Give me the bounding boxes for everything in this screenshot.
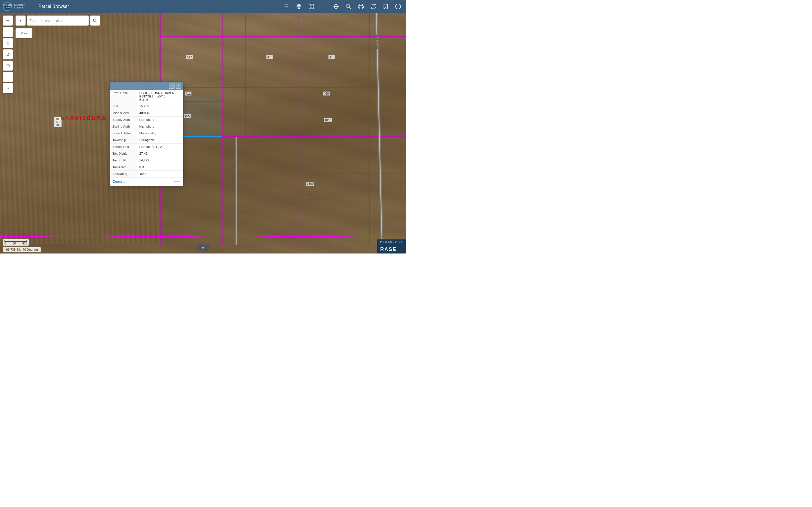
popup-row-tax-acres: Tax Acres 0.0 xyxy=(110,164,183,171)
zoning-auth-value: Harrisburg xyxy=(137,123,183,130)
prop-desc-line3: BLK 5 xyxy=(139,98,148,101)
left-toolbar: + − ⌂ ↺ ⊕ ← → xyxy=(3,15,13,93)
search-input-wrap xyxy=(27,15,89,25)
plat-value: 15.239 xyxy=(137,103,183,110)
township-value: Springdale xyxy=(137,137,183,144)
search-input[interactable] xyxy=(29,18,86,23)
popup-row-school-dist: School Dist Harrisburg 41-2 xyxy=(110,144,183,151)
svg-line-33 xyxy=(96,21,97,22)
home-button[interactable]: ⌂ xyxy=(3,38,13,48)
search-nav-icon[interactable] xyxy=(343,1,354,11)
tax-acres-label: Tax Acres xyxy=(110,164,137,170)
search-go-button[interactable] xyxy=(90,15,100,25)
popup-row-tax-sq-ft: Tax Sq Ft 14,729 xyxy=(110,157,183,164)
layers-icon[interactable] xyxy=(294,1,304,11)
popup-row-soil-rating: SoilRating .829 xyxy=(110,171,183,177)
sketch-tool[interactable] xyxy=(15,28,33,38)
app-title: Parcel Browser xyxy=(38,4,69,9)
bottom-center-button[interactable]: ▲ xyxy=(197,244,209,251)
township-label: Township xyxy=(110,137,137,144)
svg-point-35 xyxy=(26,33,27,34)
dropdown-arrow-icon: ▼ xyxy=(19,18,22,22)
popup-close-button[interactable]: × xyxy=(175,83,181,89)
zoom-out-button[interactable]: − xyxy=(3,27,13,37)
prop-desc-line2: ESTATES - LOT 8 - xyxy=(139,95,167,98)
coordinates-bar: -96.738 43.440 Degrees xyxy=(3,247,41,252)
plat-label: Plat xyxy=(110,103,137,110)
nav-icons: ☰ xyxy=(282,1,403,11)
prop-desc-line1: HSBG - SUNNY HAVEN xyxy=(139,91,174,95)
misc-deed-label: Misc /Deed xyxy=(110,110,137,116)
nav-divider xyxy=(34,2,34,11)
navbar: LINCOLNCOUNTY LINCOLN COUNTY Parcel Brow… xyxy=(0,0,406,13)
popup-row-misc-deed: Misc /Deed 489145 xyxy=(110,110,183,117)
chevron-up-icon: ▲ xyxy=(201,245,205,249)
county-name-label2: COUNTY xyxy=(14,6,26,9)
popup-row-zoning-auth: Zoning Auth Harrisburg xyxy=(110,123,183,130)
scale-bar: 0 30 60ft xyxy=(3,239,29,245)
bookmark-icon[interactable] xyxy=(380,1,391,11)
share-icon[interactable] xyxy=(368,1,378,11)
school-dist-label: School Dist xyxy=(110,144,137,150)
search-bar: ▼ xyxy=(15,15,100,25)
prop-desc-value: HSBG - SUNNY HAVEN ESTATES - LOT 8 - BLK… xyxy=(137,90,183,103)
svg-line-8 xyxy=(349,7,351,9)
school-dist-value: Harrisburg 41-2 xyxy=(137,144,183,150)
popup-minimize-button[interactable]: □ xyxy=(169,83,174,89)
logo-area: LINCOLNCOUNTY LINCOLN COUNTY xyxy=(3,2,26,11)
svg-point-32 xyxy=(93,19,96,21)
svg-rect-0 xyxy=(309,4,311,6)
grid-icon[interactable] xyxy=(306,1,316,11)
tax-sq-ft-value: 14,729 xyxy=(137,157,183,164)
popup-more-button[interactable]: ••• xyxy=(174,179,180,184)
info-icon[interactable] xyxy=(393,1,403,11)
svg-rect-2 xyxy=(309,7,311,8)
svg-rect-9 xyxy=(359,7,363,9)
tax-sq-ft-label: Tax Sq Ft xyxy=(110,157,137,164)
back-button[interactable]: ← xyxy=(3,72,13,82)
search-dropdown[interactable]: ▼ xyxy=(15,15,26,25)
prop-desc-label: Prop Desc xyxy=(110,90,137,103)
zoom-to-link[interactable]: Zoom to xyxy=(113,180,125,184)
zoned-district-value: Municipality xyxy=(137,130,183,136)
forward-button[interactable]: → xyxy=(3,83,13,93)
popup-body: Prop Desc HSBG - SUNNY HAVEN ESTATES - L… xyxy=(110,90,183,177)
info-popup: □ × Prop Desc HSBG - SUNNY HAVEN ESTATES… xyxy=(110,82,183,186)
crosshair-button[interactable]: ⊕ xyxy=(3,61,13,71)
svg-rect-3 xyxy=(312,7,313,8)
tax-acres-value: 0.0 xyxy=(137,164,183,170)
measure-icon[interactable] xyxy=(319,1,329,11)
tax-district-label: Tax District xyxy=(110,151,137,157)
coordinates-value: -96.738 43.440 Degrees xyxy=(5,248,39,251)
popup-row-zoned-district: Zoned District Municipality xyxy=(110,130,183,137)
rase-logo: POWERED BY RASE xyxy=(377,239,406,253)
popup-row-plat: Plat 15.239 xyxy=(110,103,183,110)
svg-point-7 xyxy=(346,4,350,8)
popup-footer: Zoom to ••• xyxy=(110,177,183,186)
map-container[interactable]: 417 418 415 411 409 405 1810 1809 100503… xyxy=(0,0,406,253)
popup-row-tax-district: Tax District 27-42 xyxy=(110,151,183,157)
zoom-in-button[interactable]: + xyxy=(3,15,13,25)
rotate-button[interactable]: ↺ xyxy=(3,49,13,59)
subdiv-auth-label: Subdiv Auth xyxy=(110,117,137,123)
scale-label-30: 30 xyxy=(13,242,16,245)
coordinates-icon[interactable] xyxy=(331,1,341,11)
list-icon[interactable]: ☰ xyxy=(282,1,292,11)
scale-label-60: 60ft xyxy=(22,242,27,245)
popup-row-township: Township Springdale xyxy=(110,137,183,144)
tax-district-value: 27-42 xyxy=(137,151,183,157)
soil-rating-value: .829 xyxy=(137,171,183,177)
popup-row-prop-desc: Prop Desc HSBG - SUNNY HAVEN ESTATES - L… xyxy=(110,90,183,103)
county-logo: LINCOLNCOUNTY xyxy=(3,2,12,11)
soil-rating-label: SoilRating xyxy=(110,171,137,177)
zoning-auth-label: Zoning Auth xyxy=(110,123,137,130)
svg-rect-1 xyxy=(312,4,313,6)
zoned-district-label: Zoned District xyxy=(110,130,137,136)
subdiv-auth-value: Harrisburg xyxy=(137,117,183,123)
svg-point-34 xyxy=(21,33,22,34)
scale-label-0: 0 xyxy=(4,242,6,245)
popup-header: □ × xyxy=(110,82,183,90)
popup-row-subdiv-auth: Subdiv Auth Harrisburg xyxy=(110,117,183,123)
print-icon[interactable] xyxy=(356,1,366,11)
misc-deed-value: 489145 xyxy=(137,110,183,116)
